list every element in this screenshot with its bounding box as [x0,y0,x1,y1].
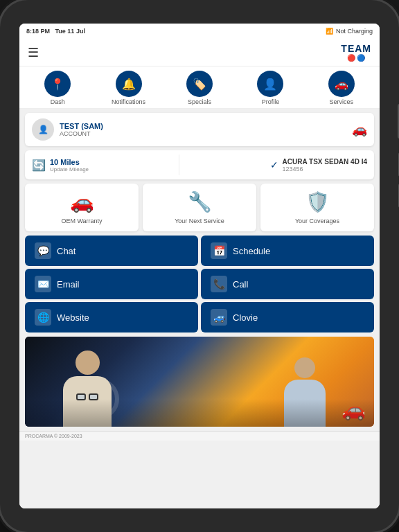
schedule-label: Schedule [233,246,270,256]
mileage-info: 🔄 10 Miles Update Mileage [32,158,89,172]
menu-button[interactable]: ☰ [28,45,39,60]
nav-label-dash: Dash [51,98,65,105]
clovie-button[interactable]: 🚙 Clovie [201,302,374,332]
nav-item-profile[interactable]: 👤 Profile [235,71,305,105]
car-details: ACURA TSX SEDAN 4D I4 123456 [283,158,367,172]
next-service-icon: 🔧 [188,190,212,213]
account-sub: ACCOUNT [60,130,103,137]
mileage-value: 10 Miles [50,158,89,166]
oem-warranty-icon: 🚗 [70,190,94,213]
next-service-card[interactable]: 🔧 Your Next Service [143,184,256,231]
nav-item-services[interactable]: 🚗 Services [306,71,377,105]
chat-label: Chat [57,246,76,256]
next-service-label: Your Next Service [175,218,224,224]
account-name: TEST (SAM) [60,122,103,130]
nav-item-notifications[interactable]: 🔔 Notifications [93,71,163,105]
actions-grid: 💬 Chat 📅 Schedule ✉️ Email 📞 Call 🌐 [25,236,374,332]
tablet-screen: 8:18 PM Tue 11 Jul 📶 Not Charging ☰ TEAM… [19,24,380,508]
status-time: 8:18 PM Tue 11 Jul [26,28,85,35]
schedule-button[interactable]: 📅 Schedule [201,236,374,266]
account-avatar: 👤 [32,118,54,141]
vehicle-info-row: 🔄 10 Miles Update Mileage ✓ ACURA TSX SE… [25,150,374,179]
account-left: 👤 TEST (SAM) ACCOUNT [32,118,103,141]
email-button[interactable]: ✉️ Email [25,269,198,299]
status-right: 📶 Not Charging [326,28,373,35]
cards-row: 🚗 OEM Warranty 🔧 Your Next Service 🛡️ Yo… [25,184,374,231]
nav-label-notifications: Notifications [112,98,145,105]
account-info: TEST (SAM) ACCOUNT [60,122,103,137]
acura-icon: 🔵 [357,54,365,62]
email-label: Email [57,279,80,290]
profile-icon: 👤 [257,71,283,97]
website-label: Website [57,312,89,323]
content-area: 👤 TEST (SAM) ACCOUNT 🚗 🔄 10 Miles Update… [19,109,380,508]
nav-label-specials: Specials [188,98,211,105]
logo-icons: 🔴 🔵 [347,54,365,62]
clovie-icon: 🚙 [211,309,227,326]
coverages-label: Your Coverages [295,218,339,224]
car-name: ACURA TSX SEDAN 4D I4 [283,158,367,166]
logo-text: TEAM [341,43,371,54]
call-icon: 📞 [211,276,227,292]
car-silhouette-icon: 🚗 [342,398,366,421]
nav-item-dash[interactable]: 📍 Dash [22,71,93,105]
avatar-icon: 👤 [38,125,48,134]
schedule-icon: 📅 [211,242,227,259]
account-section: 👤 TEST (SAM) ACCOUNT 🚗 [25,113,374,146]
coverages-card[interactable]: 🛡️ Your Coverages [260,184,374,231]
website-button[interactable]: 🌐 Website [25,302,198,332]
check-icon: ✓ [270,159,278,170]
battery-status: Not Charging [336,28,373,35]
nav-label-services: Services [330,98,354,105]
website-icon: 🌐 [35,309,51,326]
nav-item-specials[interactable]: 🏷️ Specials [164,71,235,105]
car-info: ✓ ACURA TSX SEDAN 4D I4 123456 [270,158,367,172]
tablet-frame: 8:18 PM Tue 11 Jul 📶 Not Charging ☰ TEAM… [0,0,399,532]
car-id: 123456 [283,166,367,172]
oem-warranty-label: OEM Warranty [61,218,102,224]
coverages-icon: 🛡️ [305,190,330,213]
notifications-icon: 🔔 [116,71,142,97]
nav-bar: 📍 Dash 🔔 Notifications 🏷️ Specials 👤 Pro… [19,66,380,109]
chat-icon: 💬 [35,242,51,259]
update-mileage-label[interactable]: Update Mileage [50,166,89,172]
account-car-icon: 🚗 [352,122,367,137]
photo-overlay [25,399,374,427]
app-footer: PROCARMA © 2009-2023 [19,431,380,441]
services-icon: 🚗 [328,71,355,97]
mileage-details: 10 Miles Update Mileage [50,158,89,172]
info-divider [179,154,179,175]
email-icon: ✉️ [35,276,51,292]
nav-label-profile: Profile [262,98,280,105]
chat-button[interactable]: 💬 Chat [25,236,198,266]
clovie-label: Clovie [233,312,258,323]
app-logo: TEAM 🔴 🔵 [341,43,371,62]
specials-icon: 🏷️ [186,71,213,97]
photo-section: 🚗 [25,337,374,427]
wifi-icon: 📶 [326,28,333,35]
app-header: ☰ TEAM 🔴 🔵 [19,39,380,66]
dash-icon: 📍 [44,71,71,97]
mileage-icon: 🔄 [32,159,46,172]
copyright-text: PROCARMA © 2009-2023 [25,434,82,438]
call-label: Call [233,279,248,290]
status-bar: 8:18 PM Tue 11 Jul 📶 Not Charging [19,24,380,39]
toyota-icon: 🔴 [347,54,355,62]
call-button[interactable]: 📞 Call [201,269,374,299]
oem-warranty-card[interactable]: 🚗 OEM Warranty [25,184,139,231]
